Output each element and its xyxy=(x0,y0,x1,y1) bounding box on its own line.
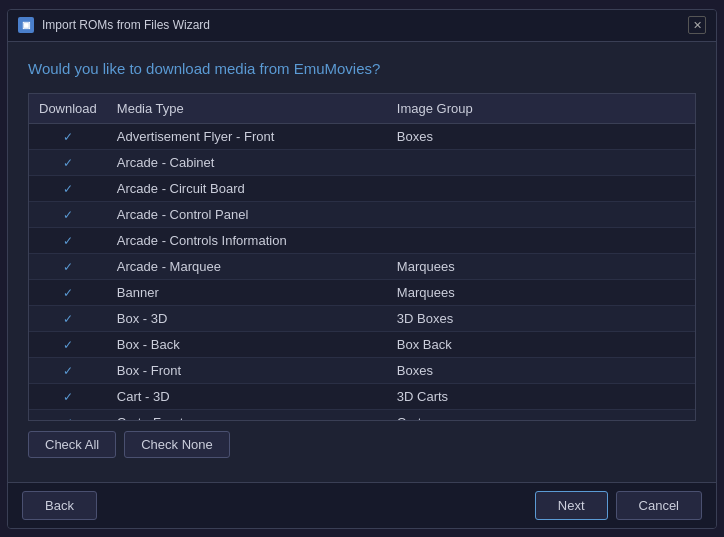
next-button[interactable]: Next xyxy=(535,491,608,520)
table-row: ✓ Arcade - Control Panel xyxy=(29,201,695,227)
row-checkbox[interactable]: ✓ xyxy=(29,253,107,279)
media-table: Download Media Type Image Group ✓ Advert… xyxy=(29,94,695,421)
row-image-group: Carts xyxy=(387,409,695,421)
dialog-body: Would you like to download media from Em… xyxy=(8,42,716,482)
check-icon: ✓ xyxy=(63,130,73,144)
col-header-download: Download xyxy=(29,94,107,124)
row-media-type: Arcade - Controls Information xyxy=(107,227,387,253)
row-media-type: Arcade - Control Panel xyxy=(107,201,387,227)
table-row: ✓ Box - Front Boxes xyxy=(29,357,695,383)
row-media-type: Arcade - Marquee xyxy=(107,253,387,279)
check-icon: ✓ xyxy=(63,260,73,274)
close-button[interactable]: ✕ xyxy=(688,16,706,34)
table-row: ✓ Arcade - Cabinet xyxy=(29,149,695,175)
row-media-type: Cart - 3D xyxy=(107,383,387,409)
row-media-type: Arcade - Cabinet xyxy=(107,149,387,175)
table-row: ✓ Arcade - Controls Information xyxy=(29,227,695,253)
table-row: ✓ Arcade - Circuit Board xyxy=(29,175,695,201)
back-button[interactable]: Back xyxy=(22,491,97,520)
check-none-button[interactable]: Check None xyxy=(124,431,230,458)
check-icon: ✓ xyxy=(63,390,73,404)
table-header-row: Download Media Type Image Group xyxy=(29,94,695,124)
row-image-group: Boxes xyxy=(387,123,695,149)
row-checkbox[interactable]: ✓ xyxy=(29,383,107,409)
row-media-type: Box - 3D xyxy=(107,305,387,331)
table-row: ✓ Banner Marquees xyxy=(29,279,695,305)
row-media-type: Banner xyxy=(107,279,387,305)
row-media-type: Box - Front xyxy=(107,357,387,383)
row-image-group: Box Back xyxy=(387,331,695,357)
check-buttons-group: Check All Check None xyxy=(28,431,696,458)
window-title: Import ROMs from Files Wizard xyxy=(42,18,210,32)
check-icon: ✓ xyxy=(63,286,73,300)
row-image-group: Marquees xyxy=(387,279,695,305)
row-checkbox[interactable]: ✓ xyxy=(29,409,107,421)
table-row: ✓ Cart - 3D 3D Carts xyxy=(29,383,695,409)
row-media-type: Arcade - Circuit Board xyxy=(107,175,387,201)
row-media-type: Advertisement Flyer - Front xyxy=(107,123,387,149)
row-checkbox[interactable]: ✓ xyxy=(29,201,107,227)
row-media-type: Cart - Front xyxy=(107,409,387,421)
col-header-media-type: Media Type xyxy=(107,94,387,124)
row-image-group xyxy=(387,149,695,175)
footer-bar: Back Next Cancel xyxy=(8,482,716,528)
row-media-type: Box - Back xyxy=(107,331,387,357)
row-checkbox[interactable]: ✓ xyxy=(29,305,107,331)
media-table-container: Download Media Type Image Group ✓ Advert… xyxy=(28,93,696,421)
check-icon: ✓ xyxy=(63,312,73,326)
row-image-group: Boxes xyxy=(387,357,695,383)
row-checkbox[interactable]: ✓ xyxy=(29,123,107,149)
check-icon: ✓ xyxy=(63,182,73,196)
app-icon: ▣ xyxy=(18,17,34,33)
check-icon: ✓ xyxy=(63,208,73,222)
check-all-button[interactable]: Check All xyxy=(28,431,116,458)
row-image-group: 3D Carts xyxy=(387,383,695,409)
question-text: Would you like to download media from Em… xyxy=(28,60,696,77)
check-icon: ✓ xyxy=(63,338,73,352)
col-header-image-group: Image Group xyxy=(387,94,695,124)
check-icon: ✓ xyxy=(63,234,73,248)
row-image-group: Marquees xyxy=(387,253,695,279)
check-icon: ✓ xyxy=(63,364,73,378)
row-checkbox[interactable]: ✓ xyxy=(29,331,107,357)
row-checkbox[interactable]: ✓ xyxy=(29,227,107,253)
table-row: ✓ Advertisement Flyer - Front Boxes xyxy=(29,123,695,149)
title-bar: ▣ Import ROMs from Files Wizard ✕ xyxy=(8,10,716,42)
row-image-group xyxy=(387,227,695,253)
table-row: ✓ Box - 3D 3D Boxes xyxy=(29,305,695,331)
row-checkbox[interactable]: ✓ xyxy=(29,149,107,175)
dialog-window: ▣ Import ROMs from Files Wizard ✕ Would … xyxy=(7,9,717,529)
row-checkbox[interactable]: ✓ xyxy=(29,175,107,201)
table-row: ✓ Cart - Front Carts xyxy=(29,409,695,421)
table-row: ✓ Arcade - Marquee Marquees xyxy=(29,253,695,279)
row-checkbox[interactable]: ✓ xyxy=(29,279,107,305)
table-row: ✓ Box - Back Box Back xyxy=(29,331,695,357)
row-checkbox[interactable]: ✓ xyxy=(29,357,107,383)
row-image-group: 3D Boxes xyxy=(387,305,695,331)
row-image-group xyxy=(387,201,695,227)
row-image-group xyxy=(387,175,695,201)
cancel-button[interactable]: Cancel xyxy=(616,491,702,520)
check-icon: ✓ xyxy=(63,156,73,170)
bottom-section: Check All Check None xyxy=(28,421,696,470)
